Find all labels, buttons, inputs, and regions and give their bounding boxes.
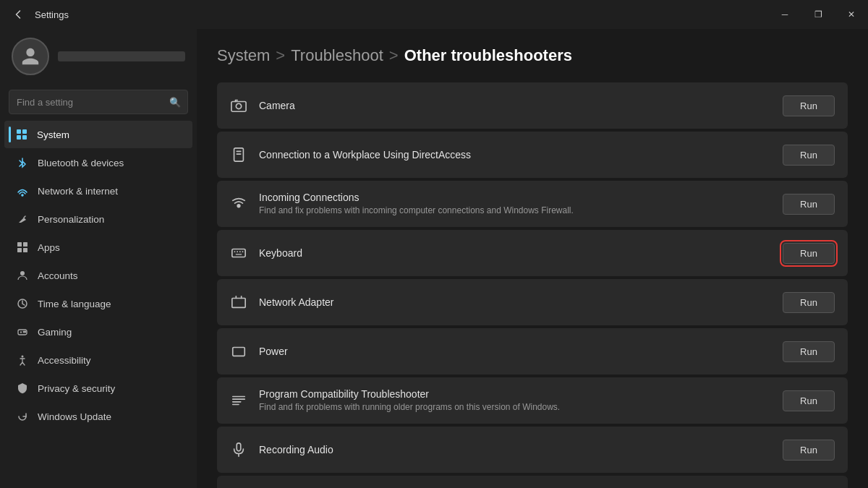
incoming-icon <box>230 195 247 213</box>
power-run-button[interactable]: Run <box>783 341 835 362</box>
sidebar-item-update[interactable]: Windows Update <box>4 403 192 430</box>
sidebar-item-gaming[interactable]: Gaming <box>4 318 192 346</box>
user-section <box>0 29 197 87</box>
incoming-desc: Find and fix problems with incoming comp… <box>259 205 771 217</box>
search-icon: 🔍 <box>169 97 181 108</box>
svg-point-16 <box>25 331 26 333</box>
sidebar-label-network: Network & internet <box>38 186 118 197</box>
keyboard-name: Keyboard <box>259 247 771 259</box>
breadcrumb-system[interactable]: System <box>217 46 270 65</box>
svg-line-5 <box>24 216 25 218</box>
close-button[interactable]: ✕ <box>835 0 868 29</box>
svg-point-19 <box>236 103 241 108</box>
keyboard-run-button[interactable]: Run <box>783 243 835 264</box>
svg-rect-30 <box>232 299 245 308</box>
time-icon <box>16 297 29 310</box>
recording-icon <box>230 441 247 458</box>
svg-point-23 <box>237 205 240 207</box>
breadcrumb-troubleshoot[interactable]: Troubleshoot <box>291 46 383 65</box>
svg-rect-20 <box>234 148 244 161</box>
incoming-run-button[interactable]: Run <box>783 194 835 215</box>
troubleshooter-search: Search and Indexing Run <box>217 476 848 488</box>
window-controls: ─ ❐ ✕ <box>768 0 868 29</box>
nav-list: System Bluetooth & devices <box>0 120 197 431</box>
compatibility-run-button[interactable]: Run <box>783 390 835 411</box>
camera-info: Camera <box>259 100 771 111</box>
network-adapter-icon <box>230 294 247 311</box>
keyboard-icon <box>230 244 247 262</box>
svg-rect-6 <box>17 242 22 247</box>
sidebar-item-privacy[interactable]: Privacy & security <box>4 374 192 402</box>
incoming-name: Incoming Connections <box>259 192 771 203</box>
main-content: System > Troubleshoot > Other troublesho… <box>197 29 868 488</box>
network-adapter-run-button[interactable]: Run <box>783 292 835 313</box>
sidebar-item-personalization[interactable]: Personalization <box>4 205 192 233</box>
compatibility-name: Program Compatibility Troubleshooter <box>259 388 771 400</box>
sidebar-label-time: Time & language <box>38 299 111 309</box>
network-adapter-info: Network Adapter <box>259 296 771 308</box>
svg-rect-7 <box>23 242 27 247</box>
sidebar-label-bluetooth: Bluetooth & devices <box>38 158 124 168</box>
sidebar-item-time[interactable]: Time & language <box>4 290 192 317</box>
search-input[interactable] <box>9 90 188 114</box>
sidebar: 🔍 System <box>0 29 197 488</box>
troubleshooter-compatibility: Program Compatibility Troubleshooter Fin… <box>217 377 848 424</box>
compatibility-icon <box>230 392 247 409</box>
svg-rect-1 <box>22 129 27 134</box>
troubleshooter-list: Camera Run Connection to a Workplace Usi… <box>217 82 848 488</box>
svg-rect-33 <box>233 348 245 356</box>
titlebar: Settings ─ ❐ ✕ <box>0 0 868 29</box>
svg-rect-3 <box>22 135 27 140</box>
svg-rect-9 <box>23 248 27 252</box>
directaccess-name: Connection to a Workplace Using DirectAc… <box>259 149 771 160</box>
accessibility-icon <box>16 354 29 367</box>
maximize-button[interactable]: ❐ <box>801 0 835 29</box>
camera-run-button[interactable]: Run <box>783 95 835 116</box>
sidebar-item-apps[interactable]: Apps <box>4 234 192 261</box>
bluetooth-icon <box>16 156 29 169</box>
power-icon <box>230 343 247 360</box>
sidebar-item-accessibility[interactable]: Accessibility <box>4 346 192 374</box>
breadcrumb: System > Troubleshoot > Other troublesho… <box>217 46 848 65</box>
sidebar-label-gaming: Gaming <box>38 327 72 338</box>
recording-name: Recording Audio <box>259 444 771 455</box>
directaccess-icon <box>230 146 247 163</box>
privacy-icon <box>16 382 29 395</box>
directaccess-info: Connection to a Workplace Using DirectAc… <box>259 149 771 160</box>
recording-run-button[interactable]: Run <box>783 440 835 461</box>
incoming-info: Incoming Connections Find and fix proble… <box>259 192 771 217</box>
avatar <box>12 38 49 75</box>
compatibility-info: Program Compatibility Troubleshooter Fin… <box>259 388 771 414</box>
app-body: 🔍 System <box>0 29 868 488</box>
sidebar-label-accounts: Accounts <box>38 270 78 281</box>
sidebar-item-network[interactable]: Network & internet <box>4 177 192 205</box>
back-button[interactable] <box>9 4 29 25</box>
sidebar-label-update: Windows Update <box>38 411 111 422</box>
system-icon <box>15 128 28 141</box>
search-box: 🔍 <box>9 90 188 114</box>
compatibility-desc: Find and fix problems with running older… <box>259 401 771 414</box>
svg-rect-8 <box>17 248 22 252</box>
power-info: Power <box>259 346 771 357</box>
recording-info: Recording Audio <box>259 444 771 455</box>
apps-icon <box>16 241 29 254</box>
keyboard-info: Keyboard <box>259 247 771 259</box>
svg-rect-0 <box>17 129 21 134</box>
sidebar-item-accounts[interactable]: Accounts <box>4 262 192 289</box>
sidebar-item-bluetooth[interactable]: Bluetooth & devices <box>4 149 192 176</box>
camera-icon <box>230 97 247 114</box>
sidebar-item-system[interactable]: System <box>4 121 192 148</box>
minimize-button[interactable]: ─ <box>768 0 801 29</box>
personalization-icon <box>16 213 29 226</box>
svg-point-10 <box>20 271 25 275</box>
breadcrumb-current: Other troubleshooters <box>404 46 572 65</box>
network-icon <box>16 184 29 197</box>
user-name-placeholder <box>58 51 185 61</box>
troubleshooter-power: Power Run <box>217 328 848 374</box>
troubleshooter-network-adapter: Network Adapter Run <box>217 279 848 325</box>
sidebar-label-personalization: Personalization <box>38 214 104 225</box>
sidebar-label-accessibility: Accessibility <box>38 355 91 366</box>
troubleshooter-directaccess: Connection to a Workplace Using DirectAc… <box>217 132 848 178</box>
window-title: Settings <box>35 9 69 20</box>
directaccess-run-button[interactable]: Run <box>783 145 835 166</box>
